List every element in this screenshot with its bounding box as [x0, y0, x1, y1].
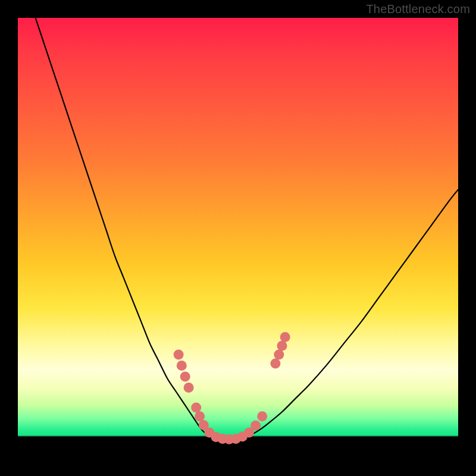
curve-marker: [177, 361, 187, 371]
curve-layer: [18, 18, 458, 458]
curve-marker: [195, 411, 205, 421]
bottleneck-curve: [36, 18, 458, 440]
curve-marker: [274, 350, 284, 360]
curve-marker: [270, 358, 280, 368]
curve-marker: [277, 341, 287, 351]
curve-marker: [174, 350, 184, 360]
curve-marker: [191, 402, 201, 412]
curve-marker: [180, 372, 190, 382]
watermark-text: TheBottleneck.com: [366, 2, 470, 16]
plot-area: [18, 18, 458, 458]
curve-marker: [280, 332, 290, 342]
curve-marker: [184, 383, 194, 393]
curve-markers: [174, 332, 290, 444]
curve-marker: [257, 411, 267, 421]
chart-stage: TheBottleneck.com: [0, 0, 476, 476]
curve-marker: [250, 421, 261, 431]
